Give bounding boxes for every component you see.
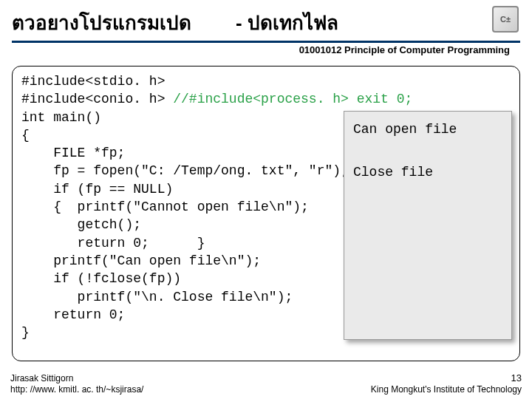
institute-name: King Mongkut's Institute of Technology: [371, 384, 522, 396]
title-row: ตวอยางโปรแกรมเปด - ปดเทกไฟล: [12, 7, 520, 38]
title-right: - ปดเทกไฟล: [236, 7, 338, 38]
slide-header: ตวอยางโปรแกรมเปด - ปดเทกไฟล C± 01001012 …: [0, 0, 532, 57]
code-box: #include<stdio. h> #include<conio. h> //…: [12, 66, 520, 361]
title-left: ตวอยางโปรแกรมเปด: [12, 7, 191, 38]
author-name: Jirasak Sittigorn: [10, 373, 143, 385]
code-line: #include<stdio. h>: [21, 72, 511, 90]
code-comment: //#include<process. h> exit 0;: [173, 92, 412, 106]
footer-right: 13 King Mongkut's Institute of Technolog…: [371, 372, 522, 396]
code-text: #include<conio. h>: [21, 92, 173, 106]
output-line: Close file: [353, 162, 502, 183]
footer-left: Jirasak Sittigorn http: //www. kmitl. ac…: [10, 373, 143, 396]
output-line: Can open file: [353, 119, 502, 140]
slide-footer: Jirasak Sittigorn http: //www. kmitl. ac…: [0, 372, 532, 396]
code-line: #include<conio. h> //#include<process. h…: [21, 90, 511, 108]
page-number: 13: [371, 372, 522, 385]
course-code: 01001012 Principle of Computer Programmi…: [12, 43, 520, 55]
author-url: http: //www. kmitl. ac. th/~ksjirasa/: [10, 384, 143, 396]
output-box: Can open file Close file: [344, 111, 512, 340]
logo-icon: C±: [492, 6, 519, 33]
logo-text: C±: [500, 15, 511, 24]
